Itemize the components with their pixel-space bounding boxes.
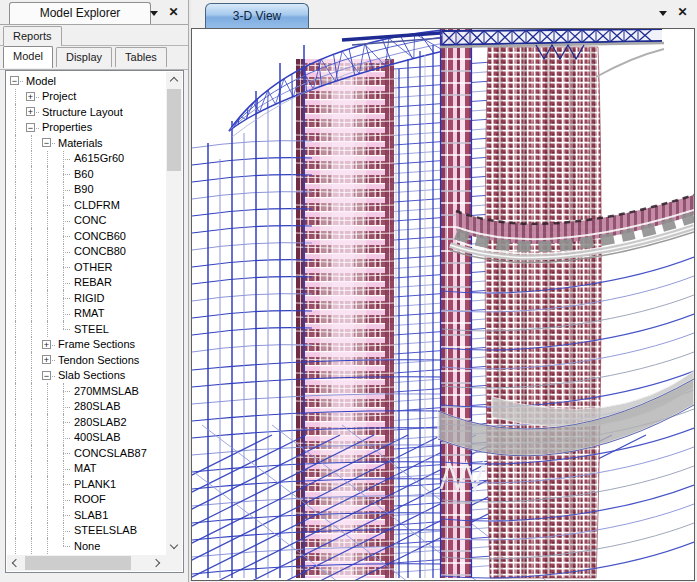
model-explorer-title-tab[interactable]: Model Explorer <box>9 2 151 24</box>
tree-guide-line <box>39 492 55 508</box>
tree-item-rebar[interactable]: REBAR <box>7 275 166 291</box>
tree-item-tendon-sections[interactable]: +Tendon Sections <box>7 352 166 368</box>
tree-item-270mmslab[interactable]: 270MMSLAB <box>7 383 166 399</box>
tree-item-label: CLDFRM <box>71 198 123 212</box>
tree-guide-line <box>39 197 55 213</box>
expand-icon[interactable]: + <box>23 89 39 105</box>
tree-item-label: CONC <box>71 213 109 227</box>
tree-guide-line <box>23 166 39 182</box>
expand-icon[interactable]: + <box>39 352 55 368</box>
tab-tables[interactable]: Tables <box>115 47 167 67</box>
panel-close-button[interactable]: ✕ <box>166 5 181 20</box>
view-menu-button[interactable] <box>656 5 671 20</box>
tree-item-label: Model <box>23 74 59 88</box>
tree-leaf-connector <box>55 430 71 446</box>
model-3d-viewport[interactable] <box>191 28 695 581</box>
tree-leaf-connector <box>55 166 71 182</box>
tree-item-label: STEEL <box>71 322 112 336</box>
tree-item-frame-sections[interactable]: +Frame Sections <box>7 337 166 353</box>
tree-guide-line <box>39 321 55 337</box>
tree-item-conc[interactable]: CONC <box>7 213 166 229</box>
tree-leaf-connector <box>55 461 71 477</box>
tree-item-280slab2[interactable]: 280SLAB2 <box>7 414 166 430</box>
scrollbar-corner <box>166 555 182 571</box>
tree-guide-line <box>39 259 55 275</box>
tree-item-properties[interactable]: −Properties <box>7 120 166 136</box>
tree-guide-line <box>39 166 55 182</box>
tree-item-rmat[interactable]: RMAT <box>7 306 166 322</box>
tree-item-400slab[interactable]: 400SLAB <box>7 430 166 446</box>
tree-guide-line <box>7 228 23 244</box>
view-close-button[interactable]: ✕ <box>675 5 690 20</box>
tree-guide-line <box>23 430 39 446</box>
tree-item-mat[interactable]: MAT <box>7 461 166 477</box>
view-3d-panel: 3-D View ✕ <box>191 0 697 582</box>
horizontal-scroll-thumb[interactable] <box>25 556 131 570</box>
tree-item-concb60[interactable]: CONCB60 <box>7 228 166 244</box>
tree-item-label: B60 <box>71 167 97 181</box>
tree-item-other[interactable]: OTHER <box>7 259 166 275</box>
tree-item-label: A615Gr60 <box>71 151 127 165</box>
tree-item-280slab[interactable]: 280SLAB <box>7 399 166 415</box>
tree-item-concb80[interactable]: CONCB80 <box>7 244 166 260</box>
tab-display[interactable]: Display <box>56 47 112 67</box>
tree-item-cldfrm[interactable]: CLDFRM <box>7 197 166 213</box>
close-icon: ✕ <box>166 5 181 20</box>
tree-guide-line <box>7 337 23 353</box>
view-3d-tab[interactable]: 3-D View <box>205 3 309 28</box>
tree-leaf-connector <box>55 259 71 275</box>
tree-guide-line <box>39 445 55 461</box>
tree-guide-line <box>7 352 23 368</box>
tree-guide-line <box>23 399 39 415</box>
tab-model[interactable]: Model <box>3 46 53 68</box>
vertical-scroll-thumb[interactable] <box>167 89 181 171</box>
tree-guide-line <box>23 259 39 275</box>
expand-icon[interactable]: + <box>39 337 55 353</box>
tree-vertical-scrollbar[interactable] <box>166 72 182 555</box>
tree-leaf-connector <box>55 383 71 399</box>
tree-item-model[interactable]: −Model <box>7 73 166 89</box>
tree-horizontal-scrollbar[interactable] <box>7 555 166 571</box>
tree-item-a615gr60[interactable]: A615Gr60 <box>7 151 166 167</box>
tree-item-b90[interactable]: B90 <box>7 182 166 198</box>
tree-item-slab-sections[interactable]: −Slab Sections <box>7 368 166 384</box>
scroll-left-icon[interactable] <box>7 555 23 571</box>
tree-leaf-connector <box>55 290 71 306</box>
tree-item-rigid[interactable]: RIGID <box>7 290 166 306</box>
tree-item-concslab87[interactable]: CONCSLAB87 <box>7 445 166 461</box>
tree-guide-line <box>7 399 23 415</box>
tree-item-roof[interactable]: ROOF <box>7 492 166 508</box>
tree-item-steel[interactable]: STEEL <box>7 321 166 337</box>
expand-icon[interactable]: + <box>23 104 39 120</box>
tree-guide-line <box>7 275 23 291</box>
scroll-right-icon[interactable] <box>150 555 166 571</box>
tree-item-project[interactable]: +Project <box>7 89 166 105</box>
tree-leaf-connector <box>55 507 71 523</box>
tree-item-steelslab[interactable]: STEELSLAB <box>7 523 166 539</box>
tree-guide-line <box>39 414 55 430</box>
panel-menu-button[interactable] <box>147 5 162 20</box>
collapse-icon[interactable]: − <box>7 73 23 89</box>
tree-guide-line <box>39 244 55 260</box>
tab-reports[interactable]: Reports <box>3 26 62 46</box>
collapse-icon[interactable]: − <box>39 368 55 384</box>
tree-item-plank1[interactable]: PLANK1 <box>7 476 166 492</box>
collapse-icon[interactable]: − <box>23 120 39 136</box>
tree-guide-line <box>7 151 23 167</box>
scroll-down-icon[interactable] <box>166 539 182 555</box>
collapse-icon[interactable]: − <box>39 135 55 151</box>
tree-guide-line <box>7 166 23 182</box>
tree-item-materials[interactable]: −Materials <box>7 135 166 151</box>
tree-item-structure-layout[interactable]: +Structure Layout <box>7 104 166 120</box>
tree-guide-line <box>23 368 39 384</box>
facade-strip <box>441 29 493 578</box>
tree-leaf-connector <box>55 197 71 213</box>
model-tree-rows: −Model+Project+Structure Layout−Properti… <box>7 72 166 555</box>
tree-item-label: Frame Sections <box>55 337 138 351</box>
view-3d-titlebar: 3-D View ✕ <box>191 0 697 28</box>
tree-item-slab1[interactable]: SLAB1 <box>7 507 166 523</box>
scroll-up-icon[interactable] <box>166 72 182 88</box>
tree-item-none[interactable]: None <box>7 538 166 554</box>
tree-item-b60[interactable]: B60 <box>7 166 166 182</box>
tree-guide-line <box>7 321 23 337</box>
